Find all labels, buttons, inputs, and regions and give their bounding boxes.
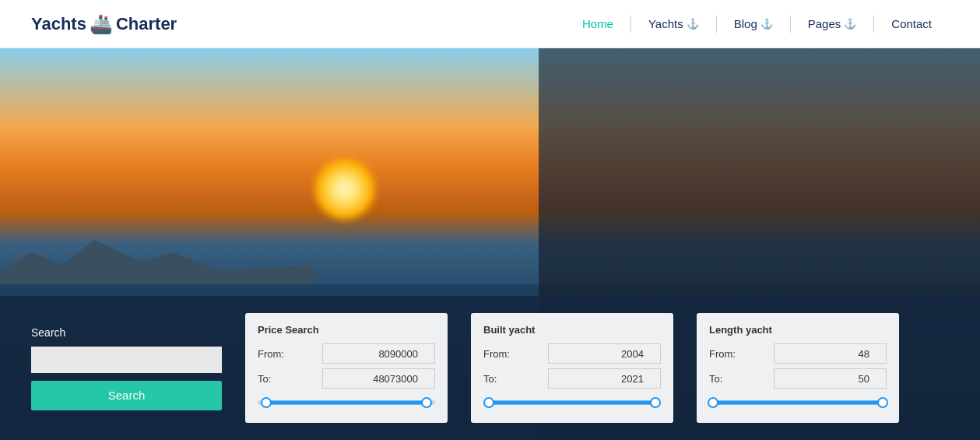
length-filter-panel: Length yacht From: To: xyxy=(697,313,899,423)
nav-pages-label: Pages xyxy=(808,17,841,30)
nav-link-contact[interactable]: Contact xyxy=(874,11,949,37)
built-from-row: From: xyxy=(483,343,661,364)
text-search-panel: Search Search xyxy=(31,326,222,410)
price-range-thumb-left[interactable] xyxy=(261,397,272,408)
logo-text-part2: Charter xyxy=(116,14,177,34)
price-range-thumb-right[interactable] xyxy=(421,397,432,408)
anchor-icon-blog: ⚓ xyxy=(760,18,773,30)
search-button[interactable]: Search xyxy=(31,381,222,410)
length-range-fill xyxy=(713,401,883,405)
nav-item-contact[interactable]: Contact xyxy=(874,11,949,37)
price-range-fill xyxy=(266,401,426,405)
anchor-icon-pages: ⚓ xyxy=(844,18,856,30)
nav-item-yachts[interactable]: Yachts ⚓ xyxy=(631,11,716,37)
price-range-track xyxy=(258,401,435,405)
built-filter-title: Built yacht xyxy=(483,324,661,336)
price-from-row: From: xyxy=(258,343,435,364)
built-to-row: To: xyxy=(483,368,661,389)
built-range-slider xyxy=(483,395,661,410)
built-to-input[interactable] xyxy=(548,368,661,389)
price-filter-title: Price Search xyxy=(258,324,435,336)
nav-links: Home Yachts ⚓ Blog ⚓ Pages ⚓ Contact xyxy=(565,11,949,37)
length-to-row: To: xyxy=(709,368,887,389)
length-range-thumb-left[interactable] xyxy=(708,397,718,408)
length-to-label: To: xyxy=(709,373,740,385)
nav-link-home[interactable]: Home xyxy=(565,11,631,37)
logo-text-part1: Yachts xyxy=(31,14,86,34)
length-from-input[interactable] xyxy=(774,343,887,364)
price-filter-panel: Price Search From: To: xyxy=(245,313,448,423)
search-overlay: Search Search Price Search From: To: xyxy=(0,296,980,440)
nav-yachts-label: Yachts xyxy=(648,17,683,30)
built-range-thumb-left[interactable] xyxy=(483,397,494,408)
search-input[interactable] xyxy=(31,347,222,373)
length-filter-title: Length yacht xyxy=(709,324,887,336)
built-to-label: To: xyxy=(483,373,515,385)
length-from-row: From: xyxy=(709,343,887,364)
logo-icon: 🚢 xyxy=(90,13,113,35)
built-filter-panel: Built yacht From: To: xyxy=(471,313,673,423)
logo[interactable]: Yachts 🚢 Charter xyxy=(31,13,177,35)
anchor-icon-yachts: ⚓ xyxy=(687,18,699,30)
length-to-input[interactable] xyxy=(774,368,887,389)
price-to-input[interactable] xyxy=(322,368,435,389)
nav-item-blog[interactable]: Blog ⚓ xyxy=(717,11,790,37)
price-from-input[interactable] xyxy=(322,343,435,364)
built-range-thumb-right[interactable] xyxy=(650,397,661,408)
nav-link-pages[interactable]: Pages ⚓ xyxy=(791,11,874,37)
length-range-slider xyxy=(709,395,887,410)
nav-item-pages[interactable]: Pages ⚓ xyxy=(791,11,874,37)
length-from-label: From: xyxy=(709,348,740,360)
built-range-fill xyxy=(489,401,655,405)
nav-item-home[interactable]: Home xyxy=(565,11,631,37)
price-from-label: From: xyxy=(258,348,289,360)
built-range-track xyxy=(483,401,661,405)
length-range-thumb-right[interactable] xyxy=(877,397,888,408)
built-from-label: From: xyxy=(483,348,515,360)
nav-link-blog[interactable]: Blog ⚓ xyxy=(717,11,790,37)
price-to-label: To: xyxy=(258,373,289,385)
length-range-track xyxy=(709,401,887,405)
search-label: Search xyxy=(31,326,222,339)
nav-blog-label: Blog xyxy=(734,17,757,30)
price-range-slider xyxy=(258,395,435,410)
nav-link-yachts[interactable]: Yachts ⚓ xyxy=(631,11,716,37)
hero-section: Search Search Price Search From: To: xyxy=(0,48,980,440)
hero-sun xyxy=(314,158,376,220)
built-from-input[interactable] xyxy=(548,343,661,364)
price-to-row: To: xyxy=(258,368,435,389)
navbar: Yachts 🚢 Charter Home Yachts ⚓ Blog ⚓ Pa… xyxy=(0,0,980,48)
